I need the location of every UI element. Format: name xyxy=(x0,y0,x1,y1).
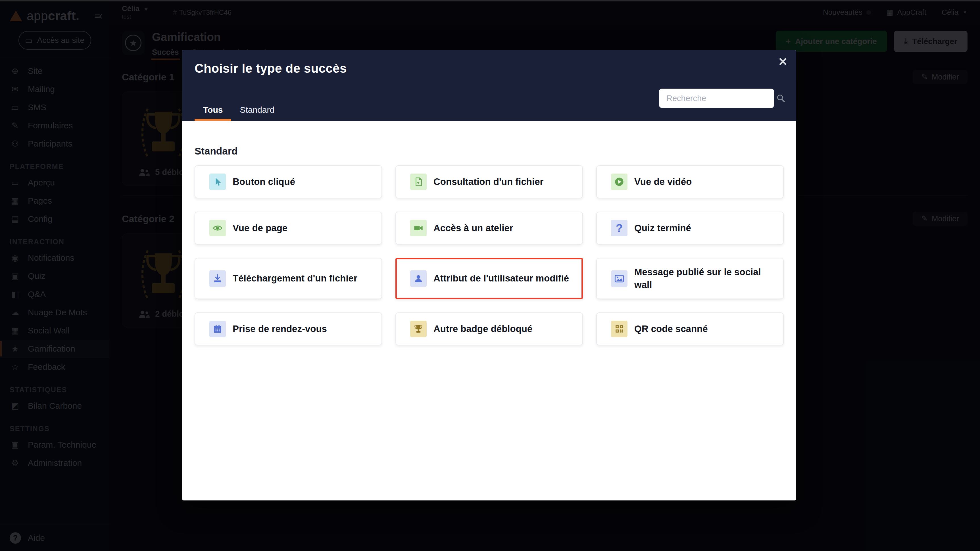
success-type-card[interactable]: Autre badge débloqué xyxy=(395,313,583,345)
video-camera-icon xyxy=(410,220,426,236)
modal-header: Choisir le type de succès × TousStandard xyxy=(182,50,796,121)
calendar-icon xyxy=(209,321,226,337)
modal-tab-standard[interactable]: Standard xyxy=(231,105,283,121)
card-label: Accès à un atelier xyxy=(433,222,513,235)
card-label: Autre badge débloqué xyxy=(433,322,532,335)
trophy-icon xyxy=(410,321,426,337)
card-label: Attribut de l'utilisateur modifié xyxy=(433,272,569,285)
card-label: Consultation d'un fichier xyxy=(433,176,543,188)
section-title: Standard xyxy=(194,145,784,157)
play-icon xyxy=(611,173,627,190)
success-type-modal: Choisir le type de succès × TousStandard… xyxy=(182,50,796,500)
success-type-card[interactable]: Bouton cliqué xyxy=(194,165,382,198)
card-label: Vue de page xyxy=(233,222,288,235)
card-label: Quiz terminé xyxy=(634,222,691,235)
success-type-card[interactable]: Téléchargement d'un fichier xyxy=(194,258,382,299)
qr-icon xyxy=(611,321,627,337)
question-icon: ? xyxy=(611,220,627,236)
download-icon xyxy=(209,270,226,287)
card-label: Bouton cliqué xyxy=(233,176,295,188)
card-label: Message publié sur le social wall xyxy=(634,266,772,291)
success-type-card[interactable]: Accès à un atelier xyxy=(395,211,583,245)
modal-tabs: TousStandard xyxy=(194,105,283,121)
eye-icon xyxy=(209,220,226,236)
card-label: Prise de rendez-vous xyxy=(233,322,327,335)
success-type-card[interactable]: Vue de vidéo xyxy=(596,165,784,198)
success-type-card[interactable]: Prise de rendez-vous xyxy=(194,313,382,345)
card-label: QR code scanné xyxy=(634,322,708,335)
image-icon xyxy=(611,270,627,287)
card-label: Vue de vidéo xyxy=(634,176,692,188)
search-input[interactable] xyxy=(659,94,776,103)
user-icon xyxy=(410,270,426,287)
cursor-icon xyxy=(209,173,226,190)
success-type-card[interactable]: Message publié sur le social wall xyxy=(596,258,784,299)
success-type-card[interactable]: Consultation d'un fichier xyxy=(395,165,583,198)
modal-body: Standard Bouton cliquéConsultation d'un … xyxy=(182,121,796,500)
modal-title: Choisir le type de succès xyxy=(194,61,347,76)
success-type-card[interactable]: ?Quiz terminé xyxy=(596,211,784,245)
success-type-card[interactable]: Vue de page xyxy=(194,211,382,245)
search-icon[interactable] xyxy=(776,94,786,103)
success-type-grid: Bouton cliquéConsultation d'un fichierVu… xyxy=(194,165,784,345)
success-type-card[interactable]: Attribut de l'utilisateur modifié xyxy=(395,258,583,299)
search-box xyxy=(659,89,774,108)
card-label: Téléchargement d'un fichier xyxy=(233,272,357,285)
pdf-file-icon xyxy=(410,173,426,190)
modal-tab-tous[interactable]: Tous xyxy=(194,105,231,121)
close-icon[interactable]: × xyxy=(779,54,787,69)
success-type-card[interactable]: QR code scanné xyxy=(596,313,784,345)
